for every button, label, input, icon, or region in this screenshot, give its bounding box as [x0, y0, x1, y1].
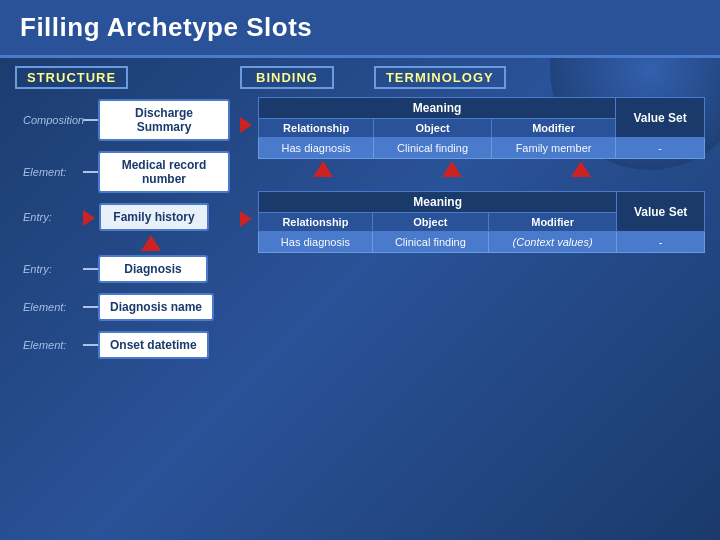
value-set-header-1: Value Set [616, 98, 705, 138]
data-row-1: Has diagnosis Clinical finding Family me… [259, 138, 705, 159]
right-section: BINDING TERMINOLOGY Meaning Value Set [230, 66, 705, 532]
col2-header-1: Object [374, 119, 492, 138]
right-headers: BINDING TERMINOLOGY [240, 66, 705, 89]
second-block: Meaning Value Set Relationship Object Mo… [240, 191, 705, 253]
connector4 [83, 306, 98, 308]
t2-row1-col1: Has diagnosis [259, 232, 373, 253]
binding-header: BINDING [240, 66, 334, 89]
element3-label: Element: [23, 339, 83, 351]
composition-label: Composition [23, 114, 83, 126]
col3-header-2: Modifier [488, 213, 616, 232]
page-title: Filling Archetype Slots [20, 12, 700, 43]
col1-header-1: Relationship [259, 119, 374, 138]
connector1 [83, 119, 98, 121]
element-row: Element: Medical record number [23, 151, 230, 193]
connector5 [83, 344, 98, 346]
title-bar: Filling Archetype Slots [0, 0, 720, 58]
red-tri-up1 [141, 235, 161, 251]
red-tri-up4 [571, 161, 591, 177]
t1-row1-col2: Clinical finding [374, 138, 492, 159]
red-tri-up2 [313, 161, 333, 177]
t1-row1-col3: Family member [491, 138, 615, 159]
red-arrow-entry [83, 210, 95, 226]
entry-label: Entry: [23, 211, 83, 223]
red-tri-up3 [442, 161, 462, 177]
t1-row1-col1: Has diagnosis [259, 138, 374, 159]
meaning-row-1: Meaning Value Set [259, 98, 705, 119]
binding-arrow-1 [240, 97, 254, 133]
element-label: Element: [23, 166, 83, 178]
composition-box: Discharge Summary [98, 99, 230, 141]
red-right-arrow-1 [240, 117, 252, 133]
structure-header: STRUCTURE [15, 66, 128, 89]
value-set-header-2: Value Set [617, 192, 705, 232]
t1-value-set: - [616, 138, 705, 159]
red-right-arrow-2 [240, 211, 252, 227]
binding-arrow-2 [240, 191, 254, 227]
entry2-label: Entry: [23, 263, 83, 275]
table2-container: Meaning Value Set Relationship Object Mo… [258, 191, 705, 253]
terminology-table-1: Meaning Value Set Relationship Object Mo… [258, 97, 705, 159]
entry2-row: Entry: Diagnosis [23, 255, 230, 283]
element2-row: Element: Diagnosis name [23, 293, 230, 321]
terminology-table-2: Meaning Value Set Relationship Object Mo… [258, 191, 705, 253]
composition-row: Composition Discharge Summary [23, 99, 230, 141]
data-row-2: Has diagnosis Clinical finding (Context … [259, 232, 705, 253]
element3-box: Onset datetime [98, 331, 209, 359]
meaning-label-1: Meaning [259, 98, 616, 119]
connector2 [83, 171, 98, 173]
element3-row: Element: Onset datetime [23, 331, 230, 359]
entry-box[interactable]: Family history [99, 203, 209, 231]
t2-row1-col3: (Context values) [488, 232, 616, 253]
structure-section: STRUCTURE Composition Discharge Summary … [15, 66, 230, 532]
element-box: Medical record number [98, 151, 230, 193]
col3-header-1: Modifier [491, 119, 615, 138]
first-block: Meaning Value Set Relationship Object Mo… [240, 97, 705, 179]
terminology-header: TERMINOLOGY [374, 66, 506, 89]
col1-header-2: Relationship [259, 213, 373, 232]
entry-row: Entry: Family history [23, 203, 230, 231]
t2-row1-col2: Clinical finding [372, 232, 488, 253]
col2-header-2: Object [372, 213, 488, 232]
table1-container: Meaning Value Set Relationship Object Mo… [258, 97, 705, 179]
connector3 [83, 268, 98, 270]
meaning-row-2: Meaning Value Set [259, 192, 705, 213]
entry2-box[interactable]: Diagnosis [98, 255, 208, 283]
content-area: STRUCTURE Composition Discharge Summary … [0, 58, 720, 540]
up-arrows-1 [258, 159, 705, 179]
element2-label: Element: [23, 301, 83, 313]
t2-value-set: - [617, 232, 705, 253]
meaning-label-2: Meaning [259, 192, 617, 213]
page-layout: Filling Archetype Slots STRUCTURE Compos… [0, 0, 720, 540]
element2-box: Diagnosis name [98, 293, 214, 321]
